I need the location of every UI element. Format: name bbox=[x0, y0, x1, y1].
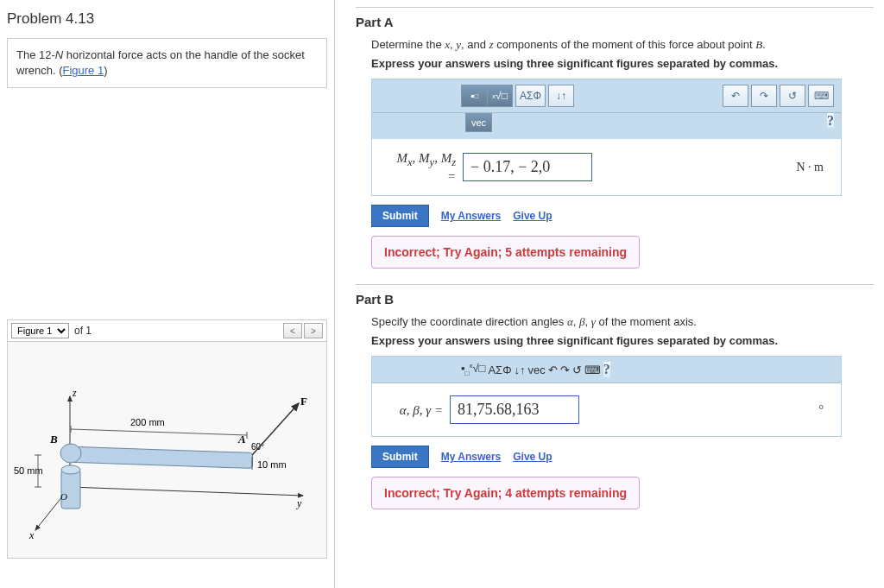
reset-icon[interactable]: ↺ bbox=[780, 85, 805, 107]
reset-icon[interactable]: ↺ bbox=[572, 364, 582, 376]
keyboard-icon[interactable]: ⌨ bbox=[584, 364, 601, 376]
template-tool-icon[interactable]: ▪□ bbox=[461, 362, 469, 377]
svg-text:y: y bbox=[296, 497, 302, 509]
undo-icon[interactable]: ↶ bbox=[723, 85, 748, 107]
part-a-title: Part A bbox=[356, 7, 874, 29]
svg-rect-6 bbox=[61, 470, 80, 509]
part-b-title: Part B bbox=[356, 284, 874, 307]
svg-text:B: B bbox=[49, 433, 58, 446]
svg-point-9 bbox=[60, 444, 81, 463]
svg-text:x: x bbox=[28, 529, 35, 541]
greek-tool[interactable]: ΑΣΦ bbox=[488, 364, 511, 376]
part-a-unit: N · m bbox=[797, 161, 831, 174]
vec-button[interactable]: vec bbox=[528, 364, 546, 376]
part-a-my-answers-link[interactable]: My Answers bbox=[441, 210, 502, 222]
svg-line-4 bbox=[70, 487, 303, 496]
problem-description: The 12-N horizontal force acts on the ha… bbox=[7, 38, 327, 88]
svg-point-7 bbox=[61, 465, 80, 474]
part-a: Part A Determine the x, y, and z compone… bbox=[356, 7, 874, 269]
svg-text:200 mm: 200 mm bbox=[130, 417, 165, 427]
svg-rect-8 bbox=[66, 446, 252, 468]
part-a-give-up-link[interactable]: Give Up bbox=[513, 210, 552, 222]
figure-next-button[interactable]: > bbox=[304, 323, 323, 338]
figure-link[interactable]: Figure 1 bbox=[62, 64, 104, 77]
svg-text:z: z bbox=[72, 387, 77, 399]
part-b-answer-box: ▪□ x√□ ΑΣΦ ↓↑ vec ↶ ↷ ↺ ⌨ ? α, β, γ = 81… bbox=[371, 356, 842, 437]
part-a-feedback: Incorrect; Try Again; 5 attempts remaini… bbox=[371, 236, 640, 269]
part-b: Part B Specify the coordinate direction … bbox=[356, 284, 874, 509]
part-a-instruction: Express your answers using three signifi… bbox=[356, 57, 874, 70]
part-a-answer-box: ▪□ x√□ ΑΣΦ ↓↑ ↶ ↷ ↺ ⌨ vec ? Mx, My, Mz= bbox=[371, 79, 842, 196]
figure-panel: Figure 1 of 1 < > z x y bbox=[7, 319, 327, 559]
redo-icon[interactable]: ↷ bbox=[751, 85, 777, 107]
svg-text:A: A bbox=[237, 433, 246, 446]
part-b-my-answers-link[interactable]: My Answers bbox=[441, 451, 502, 463]
part-b-feedback: Incorrect; Try Again; 4 attempts remaini… bbox=[371, 477, 640, 509]
svg-line-22 bbox=[252, 403, 299, 455]
part-b-answer-input[interactable]: 81,75.68,163 bbox=[450, 395, 579, 424]
keyboard-icon[interactable]: ⌨ bbox=[808, 85, 834, 107]
part-b-submit-button[interactable]: Submit bbox=[371, 446, 429, 468]
part-b-instruction: Express your answers using three signifi… bbox=[356, 334, 874, 347]
help-button[interactable]: ? bbox=[827, 113, 834, 128]
svg-text:O: O bbox=[60, 491, 67, 502]
part-b-give-up-link[interactable]: Give Up bbox=[513, 451, 552, 463]
figure-count: of 1 bbox=[71, 325, 95, 337]
part-b-unit: ° bbox=[818, 403, 830, 417]
redo-icon[interactable]: ↷ bbox=[560, 364, 570, 376]
part-a-description: Determine the x, y, and z components of … bbox=[356, 38, 874, 52]
template-tool-icon[interactable]: ▪□ bbox=[461, 85, 487, 107]
updown-tool-icon[interactable]: ↓↑ bbox=[548, 85, 574, 107]
updown-tool-icon[interactable]: ↓↑ bbox=[515, 364, 526, 376]
greek-tool[interactable]: ΑΣΦ bbox=[515, 85, 546, 107]
part-a-input-label: Mx, My, Mz= bbox=[382, 151, 456, 183]
svg-text:F: F bbox=[300, 395, 307, 408]
part-a-submit-button[interactable]: Submit bbox=[371, 205, 429, 227]
problem-title: Problem 4.13 bbox=[7, 7, 327, 28]
svg-text:50 mm: 50 mm bbox=[14, 465, 43, 476]
wrench-diagram: z x y B O bbox=[14, 353, 320, 547]
part-a-answer-input[interactable]: − 0.17, − 2,0 bbox=[463, 153, 592, 181]
help-button[interactable]: ? bbox=[603, 362, 610, 377]
figure-prev-button[interactable]: < bbox=[283, 323, 302, 338]
svg-line-16 bbox=[71, 429, 247, 435]
undo-icon[interactable]: ↶ bbox=[548, 364, 558, 376]
root-tool-icon[interactable]: x√□ bbox=[487, 85, 513, 107]
svg-text:10 mm: 10 mm bbox=[257, 459, 287, 470]
vec-button[interactable]: vec bbox=[465, 113, 492, 132]
part-b-description: Specify the coordinate direction angles … bbox=[356, 315, 874, 329]
figure-select[interactable]: Figure 1 bbox=[11, 323, 69, 338]
part-b-input-label: α, β, γ = bbox=[382, 403, 443, 418]
root-tool-icon[interactable]: x√□ bbox=[469, 362, 485, 377]
